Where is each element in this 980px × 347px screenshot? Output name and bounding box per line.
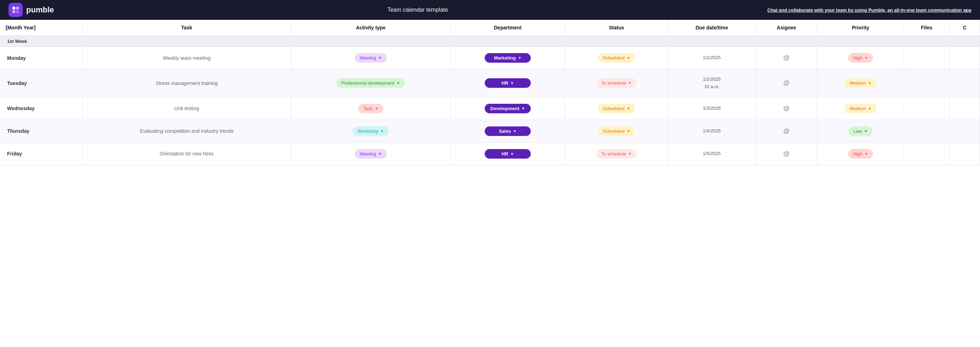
cell-activity[interactable]: Workshop ▼ <box>291 120 450 143</box>
logo-icon <box>8 3 23 17</box>
cell-day: Friday <box>0 143 82 165</box>
calendar-table-container: [Month Year] Task Activity type Departme… <box>0 20 980 165</box>
priority-pill[interactable]: Low ▼ <box>848 127 873 136</box>
dropdown-arrow-icon: ▼ <box>396 81 400 85</box>
cell-assignee: @ <box>756 143 817 165</box>
cell-department[interactable]: Marketing ▼ <box>450 47 565 70</box>
cell-status[interactable]: Scheduled ▼ <box>565 120 668 143</box>
col-assignee: Asignee <box>756 20 817 36</box>
nav-title: Team calendar template <box>75 7 760 13</box>
cell-priority[interactable]: High ▼ <box>817 47 904 70</box>
dropdown-arrow-icon: ▼ <box>518 56 522 60</box>
activity-pill[interactable]: Meeting ▼ <box>355 53 387 63</box>
cell-priority[interactable]: Low ▼ <box>817 120 904 143</box>
cell-task: Evaluating competition and industry tren… <box>82 120 291 143</box>
cell-priority[interactable]: High ▼ <box>817 143 904 165</box>
cell-c <box>950 120 980 143</box>
priority-pill[interactable]: Medium ▼ <box>845 78 877 88</box>
cell-department[interactable]: Development ▼ <box>450 97 565 120</box>
cell-c <box>950 70 980 97</box>
cell-c <box>950 97 980 120</box>
status-pill[interactable]: Scheduled ▼ <box>598 127 635 136</box>
cell-c <box>950 143 980 165</box>
col-activity: Activity type <box>291 20 450 36</box>
table-body: 1st WeekMondayWeekly team meetingMeeting… <box>0 36 980 165</box>
dropdown-arrow-icon: ▼ <box>522 106 525 111</box>
cell-status[interactable]: Scheduled ▼ <box>565 97 668 120</box>
cell-department[interactable]: HR ▼ <box>450 70 565 97</box>
col-status: Status <box>565 20 668 36</box>
cell-status[interactable]: Scheduled ▼ <box>565 47 668 70</box>
dropdown-arrow-icon: ▼ <box>627 106 630 111</box>
dropdown-arrow-icon: ▼ <box>628 152 632 156</box>
priority-pill[interactable]: High ▼ <box>848 149 873 158</box>
nav-cta-link[interactable]: Chat and collaborate with your team by u… <box>767 8 972 13</box>
cell-due-date: 1/1/2025 <box>668 47 756 70</box>
top-navigation: pumble Team calendar template Chat and c… <box>0 0 980 20</box>
cell-task: Orientation for new hires <box>82 143 291 165</box>
activity-pill[interactable]: Professional development ▼ <box>336 78 405 88</box>
dropdown-arrow-icon: ▼ <box>868 81 872 85</box>
col-priority: Priority <box>817 20 904 36</box>
nav-cta-suffix: an all-in-one team communication app <box>888 8 972 13</box>
cell-task: Unit testing <box>82 97 291 120</box>
logo-text: pumble <box>26 5 54 14</box>
cell-assignee: @ <box>756 120 817 143</box>
cell-due-date: 1/2/202510 a.m. <box>668 70 756 97</box>
cell-department[interactable]: HR ▼ <box>450 143 565 165</box>
department-pill[interactable]: HR ▼ <box>485 78 531 88</box>
cell-c <box>950 47 980 70</box>
dropdown-arrow-icon: ▼ <box>375 106 378 111</box>
table-row: TuesdayStress management trainingProfess… <box>0 70 980 97</box>
department-pill[interactable]: Sales ▼ <box>485 127 531 136</box>
priority-pill[interactable]: High ▼ <box>848 53 873 63</box>
status-pill[interactable]: To schedule ▼ <box>597 149 636 158</box>
activity-pill[interactable]: Workshop ▼ <box>352 127 388 136</box>
dropdown-arrow-icon: ▼ <box>510 152 514 156</box>
cell-department[interactable]: Sales ▼ <box>450 120 565 143</box>
cell-priority[interactable]: Medium ▼ <box>817 70 904 97</box>
department-pill[interactable]: Development ▼ <box>485 104 531 113</box>
cell-task: Stress management training <box>82 70 291 97</box>
cell-files <box>904 47 950 70</box>
col-month-year: [Month Year] <box>0 20 82 36</box>
department-pill[interactable]: HR ▼ <box>485 149 531 158</box>
activity-pill[interactable]: Meeting ▼ <box>355 149 387 158</box>
cell-status[interactable]: To schedule ▼ <box>565 70 668 97</box>
dropdown-arrow-icon: ▼ <box>378 56 382 60</box>
status-pill[interactable]: Scheduled ▼ <box>598 53 635 63</box>
dropdown-arrow-icon: ▼ <box>627 56 630 60</box>
status-pill[interactable]: To schedule ▼ <box>597 78 636 88</box>
cell-status[interactable]: To schedule ▼ <box>565 143 668 165</box>
cell-files <box>904 70 950 97</box>
cell-assignee: @ <box>756 97 817 120</box>
dropdown-arrow-icon: ▼ <box>627 129 630 133</box>
status-pill[interactable]: Scheduled ▼ <box>598 104 635 113</box>
cell-day: Thursday <box>0 120 82 143</box>
activity-pill[interactable]: Task ▼ <box>358 104 383 113</box>
cell-activity[interactable]: Meeting ▼ <box>291 47 450 70</box>
cell-due-date: 1/4/2025 <box>668 120 756 143</box>
cell-activity[interactable]: Task ▼ <box>291 97 450 120</box>
logo-area: pumble <box>8 3 54 17</box>
cell-activity[interactable]: Professional development ▼ <box>291 70 450 97</box>
table-row: FridayOrientation for new hiresMeeting ▼… <box>0 143 980 165</box>
dropdown-arrow-icon: ▼ <box>510 81 514 85</box>
cell-due-date: 1/5/2025 <box>668 143 756 165</box>
cell-files <box>904 120 950 143</box>
week-label: 1st Week <box>0 36 980 47</box>
dropdown-arrow-icon: ▼ <box>864 56 868 60</box>
svg-rect-0 <box>13 7 15 10</box>
svg-rect-1 <box>16 7 19 10</box>
table-header: [Month Year] Task Activity type Departme… <box>0 20 980 36</box>
dropdown-arrow-icon: ▼ <box>868 106 872 111</box>
cell-activity[interactable]: Meeting ▼ <box>291 143 450 165</box>
week-header-row: 1st Week <box>0 36 980 47</box>
priority-pill[interactable]: Medium ▼ <box>845 104 877 113</box>
svg-rect-2 <box>13 10 15 13</box>
calendar-table: [Month Year] Task Activity type Departme… <box>0 20 980 165</box>
department-pill[interactable]: Marketing ▼ <box>485 53 531 63</box>
cell-files <box>904 97 950 120</box>
col-due: Due date/time <box>668 20 756 36</box>
cell-priority[interactable]: Medium ▼ <box>817 97 904 120</box>
